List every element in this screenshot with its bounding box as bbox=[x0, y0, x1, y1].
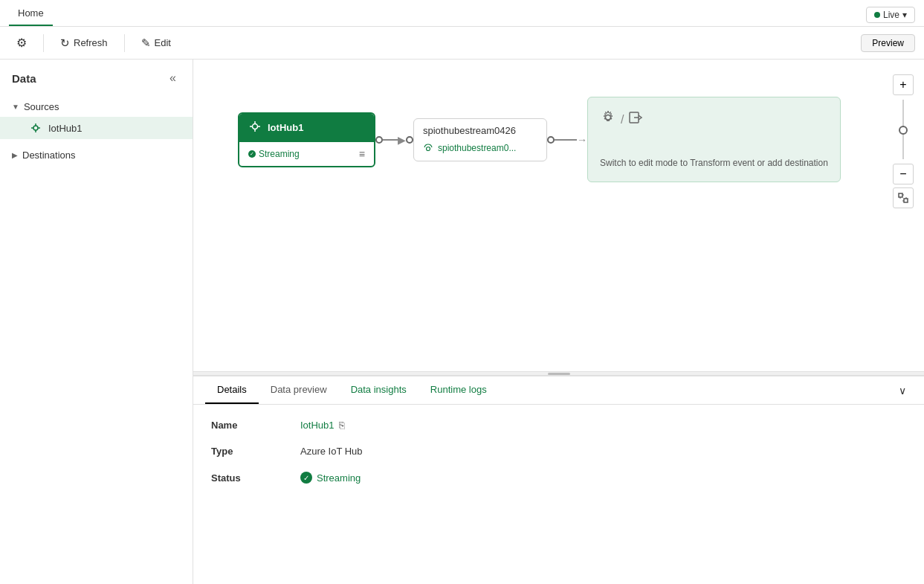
status-label: Status bbox=[211, 472, 300, 484]
gear-icon bbox=[600, 109, 616, 129]
zoom-controls: + − bbox=[893, 74, 914, 208]
title-bar-right: Live ▾ bbox=[866, 7, 915, 26]
zoom-in-button[interactable]: + bbox=[893, 74, 914, 95]
destinations-label: Destinations bbox=[22, 150, 76, 161]
copy-icon[interactable]: ⎘ bbox=[339, 420, 345, 431]
destinations-header[interactable]: ▶ Destinations bbox=[0, 145, 193, 165]
status-value: Streaming bbox=[317, 472, 361, 484]
conn-circle-1 bbox=[375, 136, 383, 144]
middle-node-sub: spiothubestream0... bbox=[414, 139, 546, 161]
bottom-panel-collapse[interactable]: ∨ bbox=[893, 377, 912, 404]
zoom-slider-thumb[interactable] bbox=[899, 126, 908, 135]
sidebar-title: Data bbox=[12, 72, 36, 85]
sources-label: Sources bbox=[24, 101, 59, 112]
hamburger-icon: ≡ bbox=[359, 148, 365, 160]
flow-container: IotHub1 Streaming ≡ ▶ bbox=[238, 97, 841, 182]
tab-data-preview[interactable]: Data preview bbox=[259, 376, 339, 404]
toolbar: ⚙ ↻ Refresh ✎ Edit Preview bbox=[0, 27, 924, 60]
status-check-icon: ✓ bbox=[300, 472, 312, 484]
detail-row-type: Type Azure IoT Hub bbox=[211, 446, 906, 457]
conn-circle-3 bbox=[547, 136, 555, 144]
middle-node[interactable]: spiothubestream0426 spiothubestream0... bbox=[413, 118, 547, 161]
svg-point-0 bbox=[33, 126, 38, 130]
toolbar-separator-1 bbox=[43, 34, 44, 52]
streaming-label: Streaming bbox=[259, 149, 300, 159]
streaming-dot bbox=[248, 150, 256, 158]
conn-line-1 bbox=[383, 139, 398, 141]
edit-icon: ✎ bbox=[141, 36, 151, 50]
refresh-icon: ↻ bbox=[60, 36, 70, 50]
type-label: Type bbox=[211, 446, 300, 457]
iothub1-icon bbox=[29, 121, 42, 135]
toolbar-separator-2 bbox=[124, 34, 125, 52]
sidebar-item-iothub1[interactable]: IotHub1 bbox=[0, 117, 193, 139]
bottom-tabs: Details Data preview Data insights Runti… bbox=[193, 376, 924, 405]
svg-rect-2 bbox=[904, 199, 908, 202]
tab-details[interactable]: Details bbox=[205, 376, 259, 404]
source-node[interactable]: IotHub1 Streaming ≡ bbox=[238, 112, 375, 167]
sources-chevron: ▼ bbox=[12, 103, 19, 111]
toolbar-right: Preview bbox=[861, 34, 915, 52]
conn-arrow-1: ▶ bbox=[398, 134, 406, 146]
zoom-fit-button[interactable] bbox=[893, 187, 914, 208]
streaming-badge: Streaming bbox=[248, 149, 300, 159]
connector-2: → bbox=[547, 134, 587, 146]
svg-rect-1 bbox=[899, 193, 902, 197]
resize-dots bbox=[548, 373, 570, 375]
source-node-header: IotHub1 bbox=[239, 114, 374, 142]
detail-row-name: Name IotHub1 ⎘ bbox=[211, 420, 906, 431]
details-content: Name IotHub1 ⎘ Type Azure IoT Hub Status… bbox=[193, 405, 924, 513]
source-node-icon bbox=[248, 120, 262, 136]
live-chevron: ▾ bbox=[902, 10, 907, 20]
end-node-icons: / bbox=[600, 109, 643, 129]
sidebar-header: Data « bbox=[0, 60, 193, 94]
tab-data-insights[interactable]: Data insights bbox=[339, 376, 419, 404]
status-value-wrapper: ✓ Streaming bbox=[300, 472, 361, 484]
end-node[interactable]: / Switch to edit mode to Transform event… bbox=[587, 97, 841, 182]
refresh-button[interactable]: ↻ Refresh bbox=[53, 33, 115, 54]
fit-icon bbox=[898, 193, 908, 203]
home-tab[interactable]: Home bbox=[9, 3, 53, 26]
refresh-label: Refresh bbox=[74, 37, 108, 48]
svg-point-7 bbox=[253, 123, 258, 129]
destinations-section: ▶ Destinations bbox=[0, 142, 193, 168]
conn-circle-2 bbox=[406, 136, 413, 144]
title-bar: Home Live ▾ bbox=[0, 0, 924, 27]
zoom-slider-track bbox=[902, 100, 904, 159]
name-value: IotHub1 bbox=[300, 420, 335, 431]
middle-node-subtitle: spiothubestream0... bbox=[438, 143, 516, 153]
conn-arrow-2: → bbox=[577, 134, 587, 146]
name-value-wrapper: IotHub1 ⎘ bbox=[300, 420, 345, 431]
tab-runtime-logs[interactable]: Runtime logs bbox=[419, 376, 499, 404]
sources-header[interactable]: ▼ Sources bbox=[0, 97, 193, 117]
destinations-chevron: ▶ bbox=[12, 151, 18, 159]
edit-label: Edit bbox=[155, 37, 171, 48]
type-value: Azure IoT Hub bbox=[300, 446, 363, 457]
sidebar: Data « ▼ Sources IotHub1 ▶ bbox=[0, 60, 193, 584]
iothub1-label: IotHub1 bbox=[48, 123, 83, 134]
middle-node-title: spiothubestream0426 bbox=[414, 119, 546, 139]
live-label: Live bbox=[883, 10, 899, 20]
conn-line-2 bbox=[555, 139, 577, 141]
source-node-body: Streaming ≡ bbox=[239, 142, 374, 166]
settings-icon: ⚙ bbox=[16, 36, 27, 50]
main-layout: Data « ▼ Sources IotHub1 ▶ bbox=[0, 60, 924, 584]
separator-slash: / bbox=[621, 113, 624, 126]
preview-button[interactable]: Preview bbox=[861, 34, 915, 52]
bottom-panel: Details Data preview Data insights Runti… bbox=[193, 376, 924, 584]
connector-1: ▶ bbox=[375, 134, 413, 146]
canvas: + − bbox=[193, 60, 924, 371]
end-node-hint: Switch to edit mode to Transform event o… bbox=[600, 156, 828, 170]
live-badge[interactable]: Live ▾ bbox=[866, 7, 915, 23]
edit-button[interactable]: ✎ Edit bbox=[134, 33, 178, 54]
middle-node-sub-icon bbox=[423, 142, 433, 155]
export-icon bbox=[628, 110, 643, 129]
sidebar-collapse-button[interactable]: « bbox=[165, 70, 181, 86]
name-label: Name bbox=[211, 420, 300, 431]
zoom-out-button[interactable]: − bbox=[893, 164, 914, 184]
settings-button[interactable]: ⚙ bbox=[9, 32, 34, 54]
svg-point-8 bbox=[427, 147, 430, 150]
right-panel: + − bbox=[193, 60, 924, 584]
detail-row-status: Status ✓ Streaming bbox=[211, 472, 906, 484]
live-indicator bbox=[874, 12, 880, 18]
